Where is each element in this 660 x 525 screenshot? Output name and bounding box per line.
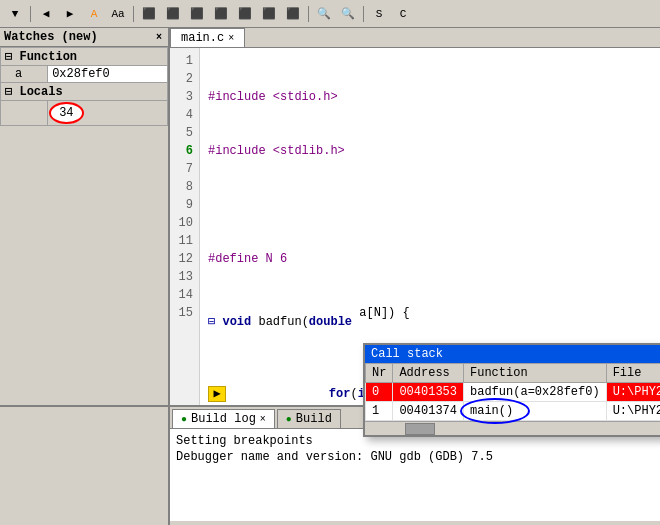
sep3: [308, 6, 309, 22]
s-btn[interactable]: S: [368, 4, 390, 24]
callstack-title: Call stack: [371, 347, 443, 361]
code-line-4: #define N 6: [208, 250, 652, 268]
callstack-row-0[interactable]: 0 00401353 badfun(a=0x28fef0) U:\PHY2027…: [366, 383, 661, 402]
callstack-window: Call stack × Nr Address Function File Li…: [363, 343, 660, 437]
watch-value-a: 0x28fef0: [48, 66, 168, 83]
cs-addr-1: 00401374: [393, 402, 464, 421]
left-bottom: [0, 405, 168, 525]
watches-title: Watches (new): [4, 30, 98, 44]
function-section: ⊟ Function: [1, 48, 168, 66]
ln-13: 13: [176, 268, 193, 286]
tool2[interactable]: ⬛: [162, 4, 184, 24]
tool6[interactable]: ⬛: [258, 4, 280, 24]
search2[interactable]: 🔍: [337, 4, 359, 24]
callstack-header-row: Nr Address Function File Lin: [366, 364, 661, 383]
tool5[interactable]: ⬛: [234, 4, 256, 24]
ln-14: 14: [176, 286, 193, 304]
expand-function[interactable]: ⊟: [5, 50, 12, 64]
watch-name-a: a: [1, 66, 48, 83]
c-btn[interactable]: C: [392, 4, 414, 24]
tool3[interactable]: ⬛: [186, 4, 208, 24]
tab-build[interactable]: ● Build: [277, 409, 341, 428]
callstack-titlebar: Call stack ×: [365, 345, 660, 363]
watch-value-i-cell: 34: [48, 101, 168, 126]
cs-file-0: U:\PHY2027\crashme2\main.c: [606, 383, 660, 402]
horizontal-scrollbar[interactable]: [365, 421, 660, 435]
ln-15: 15: [176, 304, 193, 322]
ln-11: 11: [176, 232, 193, 250]
function-label: Function: [19, 50, 77, 64]
watch-value-i: 34: [49, 102, 83, 124]
ln-9: 9: [176, 196, 193, 214]
ln-1: 1: [176, 52, 193, 70]
cs-file-1: U:\PHY2027\crashme2\main.c: [606, 402, 660, 421]
code-line-2: #include <stdlib.h>: [208, 142, 652, 160]
and-text: and: [277, 450, 299, 464]
main-toolbar: ▼ ◀ ▶ A Aa ⬛ ⬛ ⬛ ⬛ ⬛ ⬛ ⬛ 🔍 🔍 S C: [0, 0, 660, 28]
col-nr: Nr: [366, 364, 393, 383]
col-file: File: [606, 364, 660, 383]
watches-close[interactable]: ×: [154, 32, 164, 43]
main-func-label: main(): [470, 404, 513, 418]
highlight-btn[interactable]: A: [83, 4, 105, 24]
sep1: [30, 6, 31, 22]
tool1[interactable]: ⬛: [138, 4, 160, 24]
code-line-5: ⊟ void badfun(double a[N]) {: [208, 304, 652, 340]
cs-nr-0: 0: [366, 383, 393, 402]
ln-7: 7: [176, 160, 193, 178]
locals-label: Locals: [19, 85, 62, 99]
scrollbar-thumb[interactable]: [405, 423, 435, 435]
back-btn[interactable]: ◀: [35, 4, 57, 24]
log-line-2: Debugger name and version: GNU gdb (GDB)…: [176, 449, 654, 465]
search1[interactable]: 🔍: [313, 4, 335, 24]
callstack-table: Nr Address Function File Lin 0 00401353 …: [365, 363, 660, 421]
dropdown-btn[interactable]: ▼: [4, 4, 26, 24]
code-panel: main.c × 1 2 3 4 5 6 7 8 9 10 11 12 13 1…: [170, 28, 660, 525]
tool4[interactable]: ⬛: [210, 4, 232, 24]
watches-content: ⊟ Function a 0x28fef0 ⊟ Locals: [0, 47, 168, 405]
expand-locals[interactable]: ⊟: [5, 85, 12, 99]
main-layout: Watches (new) × ⊟ Function a 0x28fef0 ⊟: [0, 28, 660, 525]
ln-2: 2: [176, 70, 193, 88]
cs-nr-1: 1: [366, 402, 393, 421]
cs-func-0: badfun(a=0x28fef0): [464, 383, 607, 402]
tool7[interactable]: ⬛: [282, 4, 304, 24]
debug-arrow-icon: ▶: [208, 386, 226, 402]
cs-addr-0: 00401353: [393, 383, 464, 402]
col-address: Address: [393, 364, 464, 383]
watch-row-i: 34: [1, 101, 168, 126]
forward-btn[interactable]: ▶: [59, 4, 81, 24]
buildlog-close[interactable]: ×: [260, 414, 266, 425]
tab-mainc[interactable]: main.c ×: [170, 28, 245, 47]
ln-4: 4: [176, 106, 193, 124]
tab-bar: main.c ×: [170, 28, 660, 48]
build-label: Build: [296, 412, 332, 426]
sep2: [133, 6, 134, 22]
ln-3: 3: [176, 88, 193, 106]
cs-func-1: main(): [464, 402, 607, 421]
code-line-3: [208, 196, 652, 214]
ln-10: 10: [176, 214, 193, 232]
code-line-1: #include <stdio.h>: [208, 88, 652, 106]
watches-header: Watches (new) ×: [0, 28, 168, 47]
aa-btn[interactable]: Aa: [107, 4, 129, 24]
ln-5: 5: [176, 124, 193, 142]
watches-panel: Watches (new) × ⊟ Function a 0x28fef0 ⊟: [0, 28, 170, 525]
log-content: Setting breakpoints Debugger name and ve…: [170, 429, 660, 521]
tab-mainc-close[interactable]: ×: [228, 33, 234, 44]
tab-mainc-label: main.c: [181, 31, 224, 45]
watch-name-i: [1, 101, 48, 126]
ln-12: 12: [176, 250, 193, 268]
sep4: [363, 6, 364, 22]
ln-6: 6: [176, 142, 193, 160]
buildlog-label: Build log: [191, 412, 256, 426]
tab-buildlog[interactable]: ● Build log ×: [172, 409, 275, 428]
ln-8: 8: [176, 178, 193, 196]
watches-table: ⊟ Function a 0x28fef0 ⊟ Locals: [0, 47, 168, 126]
locals-section: ⊟ Locals: [1, 83, 168, 101]
watch-row-a: a 0x28fef0: [1, 66, 168, 83]
callstack-row-1[interactable]: 1 00401374 main() U:\PHY2027\crashme2\ma…: [366, 402, 661, 421]
col-function: Function: [464, 364, 607, 383]
